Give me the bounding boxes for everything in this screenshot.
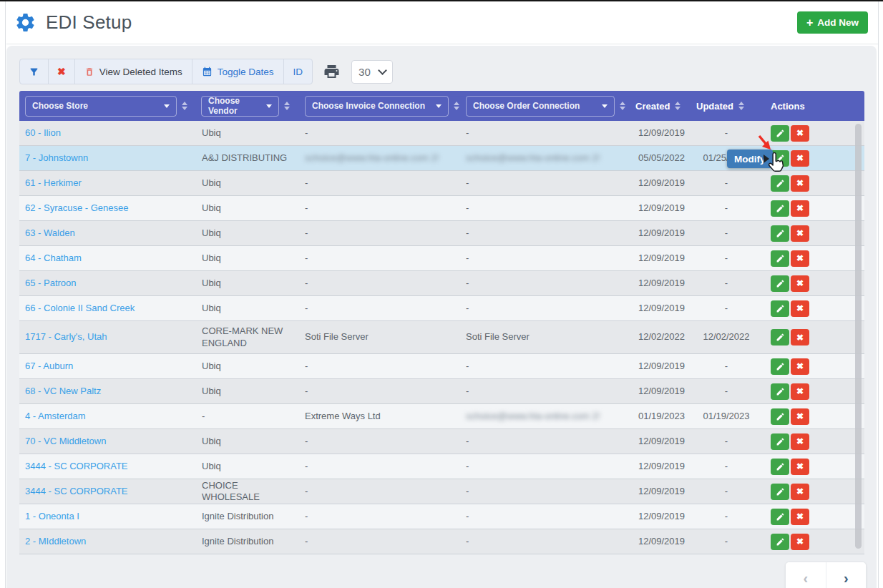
store-link[interactable]: 1717 - Carly's, Utah [25, 331, 107, 342]
vendor-sort-toggle[interactable] [284, 102, 290, 110]
order-filter-select[interactable]: Choose Order Connection [466, 96, 615, 117]
add-new-button[interactable]: + Add New [797, 11, 868, 34]
edit-button[interactable] [771, 225, 789, 242]
invoice-header-cell: Choose Invoice Connection [302, 96, 463, 117]
invoice-filter-select[interactable]: Choose Invoice Connection [305, 96, 449, 117]
created-sort-toggle[interactable] [675, 102, 680, 110]
edit-button[interactable] [771, 408, 789, 425]
store-link[interactable]: 3444 - SC CORPORATE [25, 461, 128, 471]
store-cell: 65 - Patroon [19, 278, 198, 289]
store-link[interactable]: 63 - Walden [25, 227, 75, 238]
edit-button[interactable] [771, 250, 789, 267]
edit-button[interactable] [771, 484, 789, 500]
edit-button[interactable] [771, 275, 789, 292]
delete-button[interactable]: ✖ [791, 200, 809, 217]
pencil-icon [776, 387, 785, 396]
table-row: 70 - VC Middletown Ubiq - - 12/09/2019 -… [19, 429, 864, 454]
page-size-select[interactable]: 30 [351, 60, 393, 84]
delete-button[interactable]: ✖ [791, 175, 809, 192]
store-sort-toggle[interactable] [182, 102, 187, 110]
invoice-sort-toggle[interactable] [454, 102, 459, 110]
delete-button[interactable]: ✖ [791, 383, 809, 400]
delete-button[interactable]: ✖ [791, 358, 809, 375]
delete-x-icon: ✖ [796, 412, 804, 421]
store-link[interactable]: 70 - VC Middletown [25, 436, 106, 446]
id-button[interactable]: ID [284, 59, 313, 84]
actions-header-label: Actions [771, 101, 805, 112]
edit-button[interactable] [771, 534, 789, 550]
store-link[interactable]: 66 - Colonie II Sand Creek [25, 303, 135, 313]
store-link[interactable]: 61 - Herkimer [25, 177, 82, 188]
invoice-connection-cell: - [302, 202, 463, 214]
invoice-connection-cell: Soti File Server [302, 331, 463, 343]
updated-cell: - [692, 278, 761, 289]
content-card: ✖ View Deleted Items Toggle Dates ID [6, 46, 877, 588]
edit-button[interactable] [771, 433, 789, 450]
updated-cell: - [692, 536, 761, 547]
delete-button[interactable]: ✖ [791, 125, 809, 142]
delete-button[interactable]: ✖ [791, 459, 809, 475]
store-cell: 66 - Colonie II Sand Creek [19, 303, 198, 314]
store-link[interactable]: 1 - Oneonta I [25, 511, 79, 521]
store-link[interactable]: 65 - Patroon [25, 278, 77, 288]
store-link[interactable]: 3444 - SC CORPORATE [25, 486, 128, 496]
vendor-cell: Ubiq [198, 202, 302, 214]
store-link[interactable]: 7 - Johnstownn [25, 152, 88, 163]
toggle-dates-button[interactable]: Toggle Dates [192, 59, 284, 84]
delete-button[interactable]: ✖ [791, 150, 809, 167]
vendor-cell: Ubiq [198, 303, 302, 314]
delete-button[interactable]: ✖ [791, 484, 809, 500]
view-deleted-items-button[interactable]: View Deleted Items [75, 59, 192, 84]
table-row: 64 - Chatham Ubiq - - 12/09/2019 - ✖ [19, 246, 864, 271]
vendor-cell: CHOICE WHOLESALE [198, 480, 302, 504]
delete-button[interactable]: ✖ [791, 408, 809, 425]
table-scrollbar-thumb[interactable] [855, 124, 862, 549]
pencil-icon [776, 362, 785, 371]
edit-button[interactable] [771, 459, 789, 475]
delete-button[interactable]: ✖ [791, 433, 809, 450]
store-link[interactable]: 60 - Ilion [25, 127, 61, 138]
delete-button[interactable]: ✖ [791, 300, 809, 317]
store-filter-label: Choose Store [32, 101, 88, 111]
created-cell: 12/09/2019 [631, 202, 692, 214]
created-cell: 12/09/2019 [631, 227, 692, 239]
order-connection-cell: - [463, 436, 631, 447]
table-row: 4 - Amsterdam - Extreme Ways Ltd schoice… [19, 404, 864, 429]
edit-button[interactable] [771, 300, 789, 317]
updated-header-label: Updated [696, 101, 733, 112]
store-link[interactable]: 64 - Chatham [25, 253, 82, 263]
edit-button[interactable] [771, 509, 789, 525]
table-row: 68 - VC New Paltz Ubiq - - 12/09/2019 - … [19, 379, 864, 404]
store-link[interactable]: 62 - Syracuse - Genesee [25, 202, 129, 213]
delete-button[interactable]: ✖ [791, 275, 809, 292]
store-link[interactable]: 2 - MIddletown [25, 536, 86, 547]
delete-button[interactable]: ✖ [791, 250, 809, 267]
print-button[interactable] [323, 63, 341, 80]
created-cell: 12/09/2019 [631, 386, 692, 397]
edit-button[interactable] [771, 329, 789, 346]
edit-button[interactable] [771, 200, 789, 217]
order-connection-cell: - [463, 461, 631, 472]
store-link[interactable]: 4 - Amsterdam [25, 411, 86, 421]
updated-sort-toggle[interactable] [738, 102, 744, 110]
table-header-row: Choose Store Choose Vendor [19, 91, 864, 121]
filter-button[interactable] [20, 59, 49, 84]
vendor-filter-select[interactable]: Choose Vendor [201, 96, 279, 117]
delete-button[interactable]: ✖ [791, 329, 809, 346]
store-link[interactable]: 68 - VC New Paltz [25, 386, 101, 396]
next-page-button[interactable]: › [826, 562, 867, 588]
store-link[interactable]: 67 - Auburn [25, 361, 73, 371]
actions-cell: ✖ [761, 433, 864, 450]
clear-filter-button[interactable]: ✖ [49, 59, 75, 84]
delete-button[interactable]: ✖ [791, 534, 809, 550]
edit-button[interactable] [771, 383, 789, 400]
created-cell: 12/09/2019 [631, 361, 692, 372]
store-filter-select[interactable]: Choose Store [25, 96, 177, 117]
previous-page-button[interactable]: ‹ [786, 562, 826, 588]
delete-button[interactable]: ✖ [791, 509, 809, 525]
edit-button[interactable] [771, 358, 789, 375]
clear-x-icon: ✖ [57, 66, 66, 77]
store-cell: 3444 - SC CORPORATE [19, 486, 198, 497]
order-sort-toggle[interactable] [620, 102, 625, 110]
delete-button[interactable]: ✖ [791, 225, 809, 242]
